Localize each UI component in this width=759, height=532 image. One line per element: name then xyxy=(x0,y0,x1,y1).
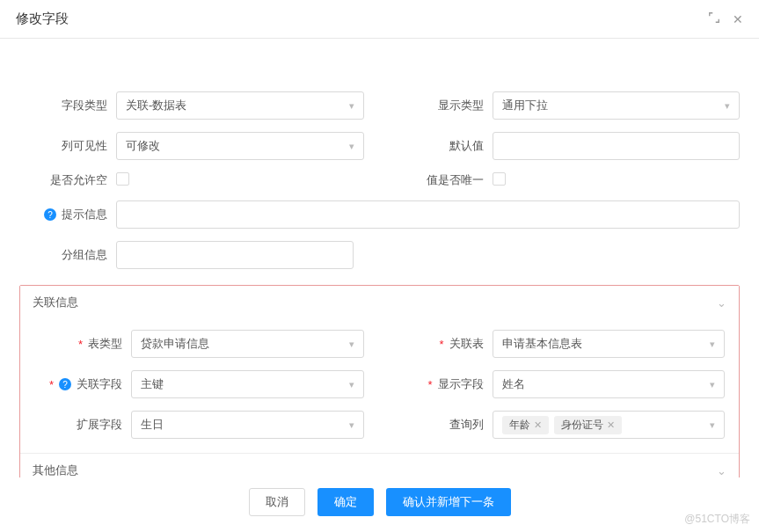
tag-item: 身份证号✕ xyxy=(554,416,622,434)
label-ext-field: 扩展字段 xyxy=(34,417,131,433)
input-group[interactable] xyxy=(116,241,354,269)
chevron-down-icon: ▾ xyxy=(349,419,354,431)
watermark: @51CTO博客 xyxy=(684,512,750,527)
close-icon[interactable]: ✕ xyxy=(733,12,743,26)
select-col-visibility[interactable]: 可修改 ▾ xyxy=(116,132,364,160)
row-field-type: 字段类型 关联-数据表 ▾ xyxy=(19,91,364,120)
chevron-down-icon: ▾ xyxy=(349,100,354,112)
label-hint: ? 提示信息 xyxy=(19,207,116,222)
label-table-type: *表类型 xyxy=(34,336,131,352)
chevron-down-icon: ⌄ xyxy=(717,296,726,310)
row-group: 分组信息 xyxy=(19,241,740,269)
row-default-value: 默认值 xyxy=(396,132,741,160)
label-default-value: 默认值 xyxy=(396,138,493,154)
section-other: 其他信息 ⌄ 是否多选 xyxy=(20,453,739,477)
label-group: 分组信息 xyxy=(19,247,116,263)
chevron-down-icon: ▾ xyxy=(725,100,730,112)
input-hint[interactable] xyxy=(116,200,740,229)
checkbox-is-unique[interactable] xyxy=(493,172,506,186)
modal-footer: 取消 确定 确认并新增下一条 xyxy=(0,477,759,532)
modal-header-actions: ✕ xyxy=(708,11,743,26)
sections: 关联信息 ⌄ *表类型 贷款申请信息 ▾ xyxy=(19,285,740,477)
select-display-type[interactable]: 通用下拉 ▾ xyxy=(493,91,741,120)
label-is-unique: 值是否唯一 xyxy=(396,172,493,188)
row-query-cols: 查询列 年龄✕ 身份证号✕ ▾ xyxy=(396,411,726,439)
label-col-visibility: 列可见性 xyxy=(19,138,116,154)
help-icon[interactable]: ? xyxy=(59,378,71,390)
input-default-value[interactable] xyxy=(493,132,741,160)
row-display-field: *显示字段 姓名 ▾ xyxy=(396,370,726,398)
phantom-right xyxy=(396,51,741,79)
edit-field-modal: 修改字段 ✕ 字段类型 关联-数据表 ▾ 显示类型 xyxy=(0,0,759,532)
label-field-type: 字段类型 xyxy=(19,98,116,113)
ok-button[interactable]: 确定 xyxy=(317,488,374,516)
checkbox-allow-null[interactable] xyxy=(116,172,129,186)
tag-list: 年龄✕ 身份证号✕ xyxy=(502,412,622,438)
help-icon[interactable]: ? xyxy=(44,208,56,221)
chevron-down-icon: ▾ xyxy=(710,419,715,431)
chevron-down-icon: ▾ xyxy=(710,379,715,390)
row-ext-field: 扩展字段 生日 ▾ xyxy=(34,411,364,439)
select-rel-field[interactable]: 主键 ▾ xyxy=(131,370,364,398)
chevron-down-icon: ▾ xyxy=(349,339,354,350)
row-col-visibility: 列可见性 可修改 ▾ xyxy=(19,132,364,160)
row-display-type: 显示类型 通用下拉 ▾ xyxy=(396,91,741,120)
tag-remove-icon[interactable]: ✕ xyxy=(534,419,542,431)
label-rel-field: *?关联字段 xyxy=(34,376,131,392)
select-query-cols[interactable]: 年龄✕ 身份证号✕ ▾ xyxy=(493,411,726,439)
modal-body: 字段类型 关联-数据表 ▾ 显示类型 通用下拉 ▾ xyxy=(0,39,759,477)
section-other-header[interactable]: 其他信息 ⌄ xyxy=(20,454,739,477)
row-allow-null: 是否允许空 xyxy=(19,172,364,188)
label-rel-table: *关联表 xyxy=(396,336,493,352)
tag-remove-icon[interactable]: ✕ xyxy=(607,419,615,431)
label-query-cols: 查询列 xyxy=(396,417,493,433)
section-relation-header[interactable]: 关联信息 ⌄ xyxy=(20,286,739,319)
section-relation-body: *表类型 贷款申请信息 ▾ *关联表 xyxy=(20,319,739,453)
select-field-type[interactable]: 关联-数据表 ▾ xyxy=(116,91,364,120)
chevron-down-icon: ⌄ xyxy=(717,464,726,477)
select-table-type[interactable]: 贷款申请信息 ▾ xyxy=(131,330,364,358)
modal-header: 修改字段 ✕ xyxy=(0,0,759,39)
chevron-down-icon: ▾ xyxy=(349,379,354,390)
phantom-left xyxy=(19,51,364,79)
top-form: 字段类型 关联-数据表 ▾ 显示类型 通用下拉 ▾ xyxy=(19,51,740,269)
row-rel-table: *关联表 申请基本信息表 ▾ xyxy=(396,330,726,358)
label-allow-null: 是否允许空 xyxy=(19,172,116,188)
label-display-field: *显示字段 xyxy=(396,376,493,392)
row-is-unique: 值是否唯一 xyxy=(396,172,741,188)
tag-item: 年龄✕ xyxy=(502,416,549,434)
cancel-button[interactable]: 取消 xyxy=(249,488,305,516)
chevron-down-icon: ▾ xyxy=(349,141,354,152)
section-relation: 关联信息 ⌄ *表类型 贷款申请信息 ▾ xyxy=(20,286,739,453)
select-rel-table[interactable]: 申请基本信息表 ▾ xyxy=(493,330,726,358)
fullscreen-icon[interactable] xyxy=(708,11,720,26)
row-table-type: *表类型 贷款申请信息 ▾ xyxy=(34,330,364,358)
select-display-field[interactable]: 姓名 ▾ xyxy=(493,370,726,398)
modal-title: 修改字段 xyxy=(16,11,69,27)
row-rel-field: *?关联字段 主键 ▾ xyxy=(34,370,364,398)
chevron-down-icon: ▾ xyxy=(710,339,715,350)
label-display-type: 显示类型 xyxy=(396,98,493,113)
select-ext-field[interactable]: 生日 ▾ xyxy=(131,411,364,439)
row-hint: ? 提示信息 xyxy=(19,200,740,229)
ok-and-next-button[interactable]: 确认并新增下一条 xyxy=(386,488,511,516)
